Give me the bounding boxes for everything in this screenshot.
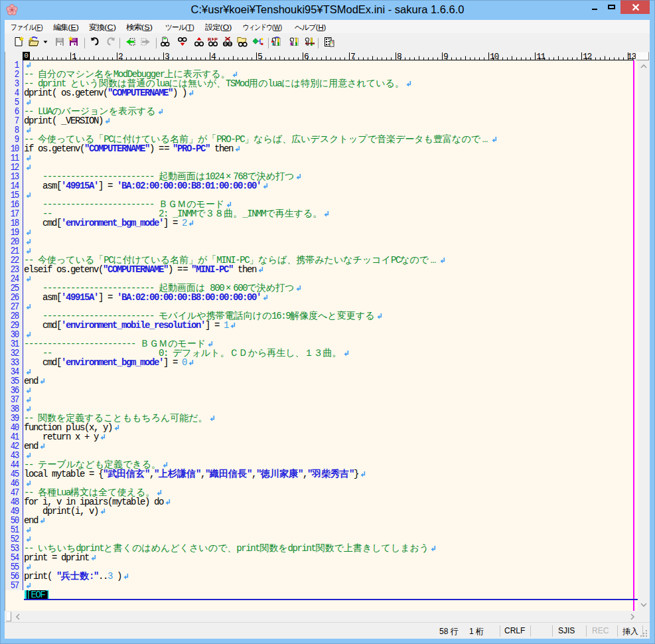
- svg-text:13: 13: [627, 52, 636, 60]
- svg-text:11: 11: [536, 52, 546, 60]
- svg-text:10: 10: [490, 52, 498, 60]
- svg-text:R: R: [208, 37, 212, 42]
- svg-text:P: P: [214, 37, 218, 42]
- svg-text:1: 1: [72, 52, 77, 60]
- svg-text:4: 4: [211, 52, 216, 60]
- svg-text:9: 9: [443, 52, 448, 60]
- svg-text:8: 8: [397, 52, 401, 60]
- svg-text:7: 7: [350, 52, 355, 60]
- svg-text:5: 5: [257, 52, 262, 60]
- svg-text:12: 12: [583, 52, 591, 60]
- svg-text:3: 3: [165, 52, 169, 60]
- svg-text:2: 2: [118, 52, 123, 60]
- svg-text:6: 6: [304, 52, 309, 60]
